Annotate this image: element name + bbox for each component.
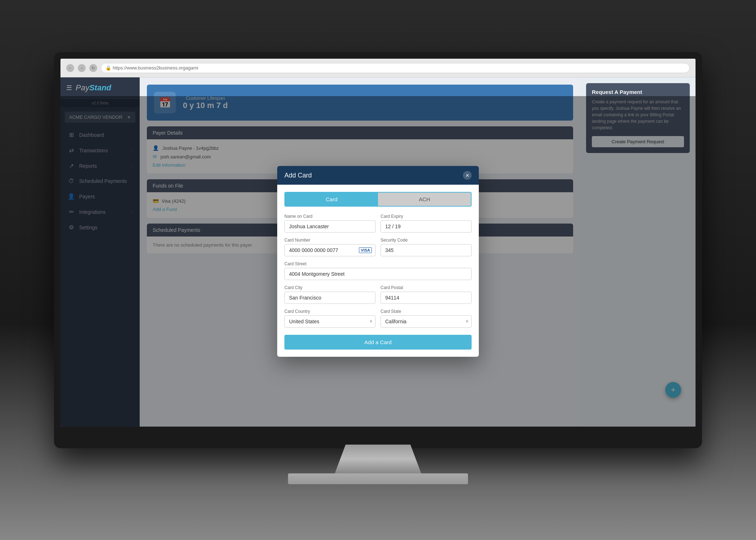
url-bar[interactable]: 🔒 https://www.business2business.orgagami <box>101 63 690 73</box>
card-city-input[interactable] <box>284 292 375 304</box>
visa-brand-badge: VISA <box>359 247 372 253</box>
modal-overlay: Add Card ✕ Card ACH <box>60 96 696 427</box>
add-card-modal: Add Card ✕ Card ACH <box>277 166 479 357</box>
refresh-button[interactable]: ↻ <box>89 64 97 72</box>
card-country-wrapper: × <box>284 315 375 328</box>
logo-pay-text: Pay <box>76 83 89 92</box>
modal-body: Card ACH Name on Card Card Expir <box>277 185 479 357</box>
monitor-frame: ← → ↻ 🔒 https://www.business2business.or… <box>54 52 702 448</box>
name-on-card-input[interactable] <box>284 220 375 233</box>
name-on-card-group: Name on Card <box>284 214 375 233</box>
modal-close-button[interactable]: ✕ <box>463 171 472 180</box>
name-on-card-label: Name on Card <box>284 214 375 219</box>
card-postal-input[interactable] <box>381 292 472 304</box>
security-code-label: Security Code <box>381 238 472 243</box>
tab-ach[interactable]: ACH <box>378 193 471 206</box>
hamburger-icon[interactable]: ☰ <box>66 84 72 92</box>
forward-button[interactable]: → <box>78 64 86 72</box>
card-state-group: Card State × <box>381 309 472 328</box>
monitor-stand <box>324 445 432 473</box>
card-number-label: Card Number <box>284 238 375 243</box>
security-code-group: Security Code <box>381 238 472 256</box>
browser-bar: ← → ↻ 🔒 https://www.business2business.or… <box>60 59 696 77</box>
url-text: https://www.business2business.orgagami <box>113 65 198 71</box>
request-payment-title: Request A Payment <box>592 89 684 95</box>
form-row-card-security: Card Number VISA Security Code <box>284 238 472 256</box>
lock-icon: 🔒 <box>105 65 111 71</box>
card-number-wrapper: VISA <box>284 244 375 256</box>
card-expiry-group: Card Expiry <box>381 214 472 233</box>
card-number-group: Card Number VISA <box>284 238 375 256</box>
card-city-label: Card City <box>284 285 375 290</box>
form-row-country-state: Card Country × Card State <box>284 309 472 328</box>
app-container: ☰ PayStand v2.0 Beta ACME CARGO VENDOR ▼… <box>60 77 696 427</box>
security-code-input[interactable] <box>381 244 472 256</box>
card-expiry-label: Card Expiry <box>381 214 472 219</box>
card-country-group: Card Country × <box>284 309 375 328</box>
card-state-clear-button[interactable]: × <box>465 318 469 325</box>
modal-header: Add Card ✕ <box>277 166 479 185</box>
form-row-city-postal: Card City Card Postal <box>284 285 472 304</box>
card-country-input[interactable] <box>284 315 375 328</box>
card-city-group: Card City <box>284 285 375 304</box>
logo: PayStand <box>76 83 111 93</box>
sidebar-logo-area: ☰ PayStand <box>60 77 140 99</box>
monitor-base <box>288 473 468 484</box>
card-state-input[interactable] <box>381 315 472 328</box>
card-postal-group: Card Postal <box>381 285 472 304</box>
tab-card[interactable]: Card <box>285 193 378 206</box>
monitor-screen: ← → ↻ 🔒 https://www.business2business.or… <box>60 59 696 427</box>
logo-stand-text: Stand <box>89 83 111 92</box>
card-state-label: Card State <box>381 309 472 314</box>
card-country-label: Card Country <box>284 309 375 314</box>
form-row-street: Card Street <box>284 261 472 280</box>
card-state-wrapper: × <box>381 315 472 328</box>
card-expiry-input[interactable] <box>381 220 472 233</box>
add-card-submit-button[interactable]: Add a Card <box>284 335 472 350</box>
back-button[interactable]: ← <box>66 64 74 72</box>
card-country-clear-button[interactable]: × <box>369 318 373 325</box>
modal-title: Add Card <box>284 172 312 179</box>
form-row-name-expiry: Name on Card Card Expiry <box>284 214 472 233</box>
card-street-group: Card Street <box>284 261 472 280</box>
card-street-label: Card Street <box>284 261 472 266</box>
payment-type-tabs: Card ACH <box>284 192 472 207</box>
card-street-input[interactable] <box>284 268 472 280</box>
card-postal-label: Card Postal <box>381 285 472 290</box>
